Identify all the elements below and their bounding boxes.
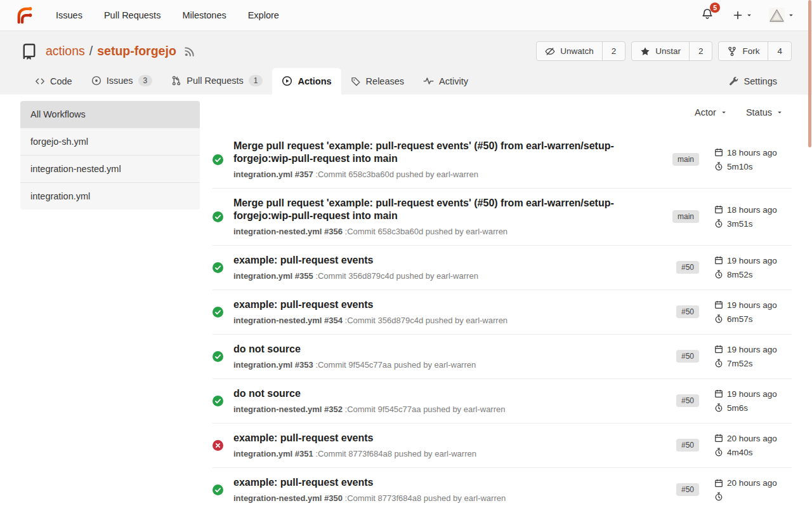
run-title-link[interactable]: example: pull-request events [233, 476, 627, 489]
check-circle-icon [213, 262, 223, 273]
run-ref-badge[interactable]: main [672, 153, 699, 166]
calendar-icon [714, 256, 723, 265]
run-ref-badge[interactable]: #50 [676, 483, 699, 496]
navbar-link-issues[interactable]: Issues [45, 1, 93, 29]
user-menu-button[interactable] [765, 5, 798, 26]
fork-button-group: Fork4 [718, 41, 792, 61]
tab-releases[interactable]: Releases [341, 69, 414, 95]
navbar-link-pull-requests[interactable]: Pull Requests [93, 1, 171, 29]
workflow-sidebar: All Workflowsforgejo-sh.ymlintegration-n… [20, 101, 200, 210]
issue-icon [91, 76, 102, 86]
run-title-link[interactable]: example: pull-request events [233, 254, 627, 267]
tab-settings[interactable]: Settings [719, 69, 787, 95]
unwatch-count[interactable]: 2 [603, 42, 625, 60]
unstar-button[interactable]: Unstar [632, 42, 690, 60]
tab-count-badge: 3 [138, 75, 153, 86]
sidebar-item-integration-yml[interactable]: integration.yml [20, 183, 200, 210]
calendar-icon [714, 300, 723, 309]
sidebar-item-forgejo-sh-yml[interactable]: forgejo-sh.yml [20, 128, 200, 156]
tab-pull-requests[interactable]: Pull Requests1 [162, 67, 272, 95]
run-duration-line: 4m40s [714, 448, 792, 457]
run-workflow-ref: integration-nested.yml #354 [233, 316, 343, 325]
actor-filter-dropdown[interactable]: Actor [695, 107, 727, 117]
run-body: example: pull-request eventsintegration.… [233, 432, 666, 458]
run-ref-badge[interactable]: main [672, 210, 699, 223]
workflow-run-row: example: pull-request eventsintegration-… [213, 290, 792, 335]
tab-issues[interactable]: Issues3 [82, 67, 162, 95]
run-body: example: pull-request eventsintegration.… [233, 254, 666, 281]
unstar-button-group: Unstar2 [631, 41, 712, 61]
status-filter-label: Status [746, 107, 772, 117]
repo-name-link[interactable]: setup-forgejo [97, 44, 176, 58]
notification-count-badge: 5 [710, 3, 720, 13]
unwatch-button-group: Unwatch2 [536, 41, 625, 61]
run-title-link[interactable]: do not source [233, 343, 627, 356]
workflow-run-row: example: pull-request eventsintegration-… [213, 468, 792, 508]
status-filter-dropdown[interactable]: Status [746, 107, 783, 117]
run-body: example: pull-request eventsintegration-… [233, 476, 666, 503]
tab-actions[interactable]: Actions [272, 68, 341, 95]
run-title-link[interactable]: Merge pull request 'example: pull-reques… [233, 197, 627, 222]
run-body: Merge pull request 'example: pull-reques… [233, 197, 662, 236]
rss-icon[interactable] [184, 46, 195, 57]
run-ref-badge[interactable]: #50 [676, 305, 699, 318]
run-title-link[interactable]: example: pull-request events [233, 298, 627, 311]
content-area: All Workflowsforgejo-sh.ymlintegration-n… [0, 95, 812, 508]
run-workflow-ref: integration.yml #355 [233, 271, 313, 281]
sidebar-item-all-workflows[interactable]: All Workflows [20, 101, 200, 128]
wrench-icon [729, 76, 739, 86]
unstar-button-label: Unstar [655, 46, 681, 56]
workflow-run-row: example: pull-request eventsintegration.… [213, 424, 792, 468]
run-duration: 8m52s [727, 270, 753, 279]
run-time: 20 hours ago [727, 434, 777, 443]
run-meta: 19 hours ago6m57s [714, 300, 792, 324]
tab-code[interactable]: Code [25, 69, 82, 95]
run-ref-badge[interactable]: #50 [676, 394, 699, 407]
run-meta: 19 hours ago8m52s [714, 256, 792, 279]
run-body: do not sourceintegration.yml #353 :Commi… [233, 343, 666, 370]
tab-count-badge: 1 [249, 75, 263, 86]
run-subtitle: integration.yml #351 :Commit 8773f684a8 … [233, 449, 666, 458]
repo-owner-link[interactable]: actions [46, 44, 85, 58]
check-circle-icon [213, 396, 223, 406]
tab-activity[interactable]: Activity [414, 68, 478, 95]
tab-label: Actions [298, 76, 331, 86]
unstar-count[interactable]: 2 [690, 42, 712, 60]
run-duration-line: 3m51s [714, 219, 792, 229]
chevron-down-icon [776, 109, 783, 116]
run-ref-badge[interactable]: #50 [676, 261, 699, 274]
run-meta: 20 hours ago4m40s [714, 434, 792, 457]
page-scrollbar[interactable] [808, 0, 811, 147]
run-commit-info: :Commit 356d879c4d pushed by earl-warren [313, 271, 478, 281]
run-ref-badge[interactable]: #50 [676, 439, 699, 451]
run-commit-info: :Commit 356d879c4d pushed by earl-warren [343, 316, 508, 325]
code-icon [35, 76, 45, 86]
navbar-link-milestones[interactable]: Milestones [171, 1, 237, 29]
fork-count[interactable]: 4 [768, 42, 791, 60]
run-time: 20 hours ago [727, 478, 777, 488]
run-body: example: pull-request eventsintegration-… [233, 298, 666, 325]
calendar-icon [714, 205, 723, 214]
actor-filter-label: Actor [695, 107, 716, 117]
run-ref-badge[interactable]: #50 [676, 350, 699, 363]
run-time: 19 hours ago [727, 300, 777, 310]
run-time-line: 19 hours ago [714, 345, 792, 354]
unwatch-button[interactable]: Unwatch [537, 42, 603, 60]
run-workflow-ref: integration.yml #357 [233, 170, 313, 179]
run-body: do not sourceintegration-nested.yml #352… [233, 387, 666, 414]
workflow-run-row: do not sourceintegration-nested.yml #352… [213, 379, 792, 424]
chevron-down-icon [788, 12, 794, 18]
run-title-link[interactable]: Merge pull request 'example: pull-reques… [233, 140, 627, 165]
repo-action-buttons: Unwatch2Unstar2Fork4 [536, 41, 792, 61]
check-circle-icon [213, 307, 223, 318]
navbar-link-explore[interactable]: Explore [237, 1, 290, 29]
tab-settings-label: Settings [744, 76, 777, 86]
run-title-link[interactable]: do not source [233, 387, 627, 400]
fork-button[interactable]: Fork [719, 42, 768, 60]
notifications-button[interactable]: 5 [701, 8, 714, 23]
sidebar-item-integration-nested-yml[interactable]: integration-nested.yml [20, 156, 200, 183]
run-duration: 5m10s [727, 162, 753, 171]
forgejo-logo-icon[interactable] [14, 5, 35, 26]
run-title-link[interactable]: example: pull-request events [233, 432, 627, 444]
create-new-button[interactable] [729, 8, 756, 23]
